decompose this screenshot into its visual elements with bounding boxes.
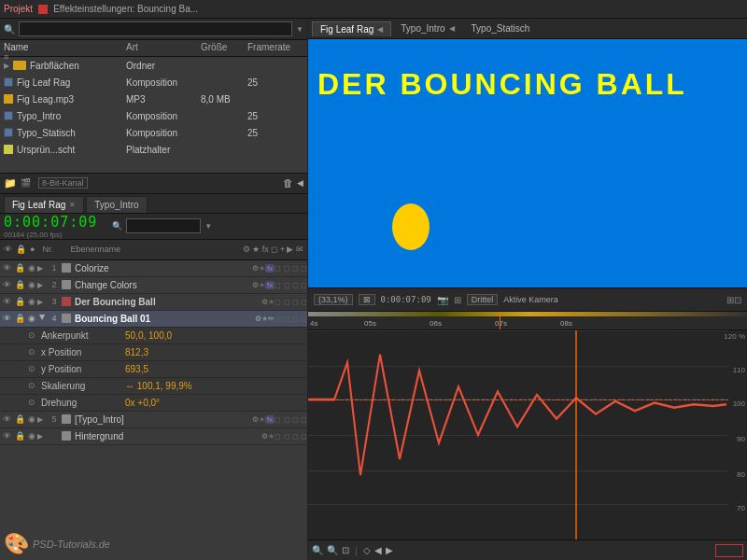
more-icons: ◻ ◻ ◻ ◻: [275, 264, 307, 273]
prev-key-btn[interactable]: ◀: [374, 545, 382, 555]
expand-btn[interactable]: ▶: [38, 314, 47, 323]
zoom-out-btn[interactable]: 🔍: [327, 545, 338, 555]
lock-header: 🔒: [16, 245, 26, 254]
layer-row-4: 👁 🔒 ◉ ▶ 4 Bouncing Ball 01 ⚙ ★ ✏ ◻ ◻ ◻ ◻: [0, 311, 307, 328]
lock-btn[interactable]: 🔒: [13, 280, 26, 289]
more-icons: ◻ ◻ ◻ ◻: [275, 298, 307, 306]
preview-ball: [392, 203, 430, 250]
expand-btn[interactable]: ▶: [37, 415, 47, 424]
expand-btn[interactable]: ▶: [37, 432, 47, 441]
eye-btn[interactable]: 👁: [0, 414, 13, 424]
list-item[interactable]: Typo_Statisch Komposition 25: [0, 124, 307, 141]
motion-btn: ★: [259, 281, 265, 289]
layer-color-2: [62, 280, 71, 289]
file-size: 8,0 MB: [201, 94, 247, 105]
lock-btn[interactable]: 🔒: [13, 414, 26, 424]
list-item[interactable]: ▶ Farbflächen Ordner: [0, 57, 307, 74]
lock-btn[interactable]: 🔒: [13, 431, 26, 441]
layer-name-1: Colorize: [71, 263, 252, 273]
solo-btn[interactable]: ◉: [26, 297, 37, 306]
file-name: Typo_Statisch: [17, 128, 76, 138]
prop-name: Drehung: [41, 398, 125, 408]
fit-btn[interactable]: ⊠: [359, 294, 375, 305]
switch-btn[interactable]: ⚙: [252, 415, 259, 424]
lock-btn[interactable]: 🔒: [13, 263, 26, 273]
file-type: Komposition: [126, 77, 201, 88]
col-type[interactable]: Art: [126, 42, 201, 52]
resolution-select[interactable]: Drittel: [467, 294, 499, 305]
eye-btn[interactable]: 👁: [0, 314, 13, 323]
graph-curve: [308, 330, 726, 539]
tab-close-btn[interactable]: ✕: [69, 201, 76, 209]
eye-btn[interactable]: 👁: [0, 297, 13, 306]
preview-tab-typo-statisch[interactable]: Typo_Statisch: [464, 21, 538, 35]
file-name: Typo_Intro: [17, 111, 61, 121]
prop-value[interactable]: ↔ 100,1, 99,9%: [125, 381, 192, 391]
y-label-120: 120 %: [724, 332, 745, 341]
expand-btn[interactable]: ▶: [37, 281, 47, 289]
switch-btn[interactable]: ⚙: [261, 432, 268, 441]
project-search-input[interactable]: [19, 21, 292, 36]
list-item[interactable]: Ursprün...scht Platzhalter: [0, 141, 307, 158]
col-fps[interactable]: Framerate: [247, 42, 303, 52]
switch-btn[interactable]: ⚙: [261, 298, 268, 306]
search-icon-timeline: 🔍: [112, 221, 122, 231]
expand-btn[interactable]: ▶: [37, 298, 47, 306]
file-name: Farbflächen: [30, 61, 79, 71]
eye-btn[interactable]: 👁: [0, 280, 13, 289]
lock-btn[interactable]: 🔒: [13, 314, 26, 323]
new-comp-btn[interactable]: 🎬: [21, 178, 31, 188]
prop-value[interactable]: 693,5: [125, 364, 148, 374]
zoom-in-btn[interactable]: 🔍: [312, 545, 323, 555]
solo-btn[interactable]: ◉: [26, 263, 37, 273]
switch-btn[interactable]: ⚙: [255, 315, 261, 323]
preview-tab-typo-intro[interactable]: Typo_Intro ◀: [393, 21, 461, 35]
next-key-btn[interactable]: ▶: [386, 545, 393, 555]
star-icon: ★: [259, 415, 265, 424]
timeline-tabs: Fig Leaf Rag ✕ Typo_Intro: [0, 193, 307, 214]
delete-btn[interactable]: 🗑: [283, 177, 293, 189]
timeline-search-input[interactable]: [126, 218, 201, 233]
preview-tab-fig-leaf[interactable]: Fig Leaf Rag ◀: [312, 21, 391, 36]
list-item[interactable]: Fig Leaf Rag Komposition 25: [0, 74, 307, 91]
pencil-icon: ✏: [268, 315, 275, 323]
switch-btn[interactable]: ⚙: [252, 281, 259, 289]
list-item[interactable]: Fig Leag.mp3 MP3 8,0 MB: [0, 91, 307, 107]
expand-icon: ▶: [4, 62, 9, 70]
file-type: MP3: [126, 94, 201, 105]
col-name[interactable]: Name: [4, 42, 126, 52]
col-size[interactable]: Größe: [201, 42, 247, 52]
lock-btn[interactable]: 🔒: [13, 297, 26, 306]
layer-num-2: 2: [47, 280, 62, 289]
timecode: 0:00:07:09: [4, 214, 97, 231]
switch-btn[interactable]: ⚙: [252, 264, 259, 273]
preview-controls: (33,1%) ⊠ 0:00:07:09 📷 ⊞ Drittel Aktive …: [308, 287, 747, 312]
prop-value[interactable]: 50,0, 100,0: [125, 330, 172, 341]
solo-btn[interactable]: ◉: [26, 314, 37, 323]
new-folder-btn[interactable]: 📁: [4, 177, 17, 189]
preview-canvas: DER BOUNCING BALL: [308, 39, 747, 287]
tab-label: Fig Leaf Rag: [320, 24, 374, 35]
solo-btn[interactable]: ◉: [26, 280, 37, 289]
ruler-mark-8s: 08s: [560, 319, 572, 328]
comp-icon: [4, 77, 13, 87]
list-item[interactable]: Typo_Intro Komposition 25: [0, 107, 307, 124]
name-header: Ebenenname: [61, 245, 238, 254]
solo-btn[interactable]: ◉: [26, 414, 37, 424]
expand-btn[interactable]: ▶: [37, 264, 47, 273]
graph-highlight-box[interactable]: [715, 544, 743, 557]
prop-value[interactable]: 0x +0,0°: [125, 398, 160, 408]
fit-graph-btn[interactable]: ⊡: [342, 545, 349, 555]
layer-row-1: 👁 🔒 ◉ ▶ 1 Colorize ⚙ ★ fx ◻ ◻ ◻ ◻: [0, 260, 307, 277]
tab-typo-intro[interactable]: Typo_Intro: [86, 196, 147, 213]
arrow-btn[interactable]: ◀: [297, 178, 303, 188]
prop-name: Skalierung: [41, 381, 125, 391]
eye-btn[interactable]: 👁: [0, 431, 13, 441]
prop-name: x Position: [41, 347, 125, 357]
grid-btn[interactable]: ⊞: [454, 295, 461, 305]
tab-fig-leaf-rag[interactable]: Fig Leaf Rag ✕: [4, 196, 84, 213]
prop-value[interactable]: 812,3: [125, 347, 148, 357]
solo-btn[interactable]: ◉: [26, 431, 37, 441]
eye-btn[interactable]: 👁: [0, 263, 13, 273]
keyframe-btn[interactable]: ◇: [363, 545, 371, 555]
